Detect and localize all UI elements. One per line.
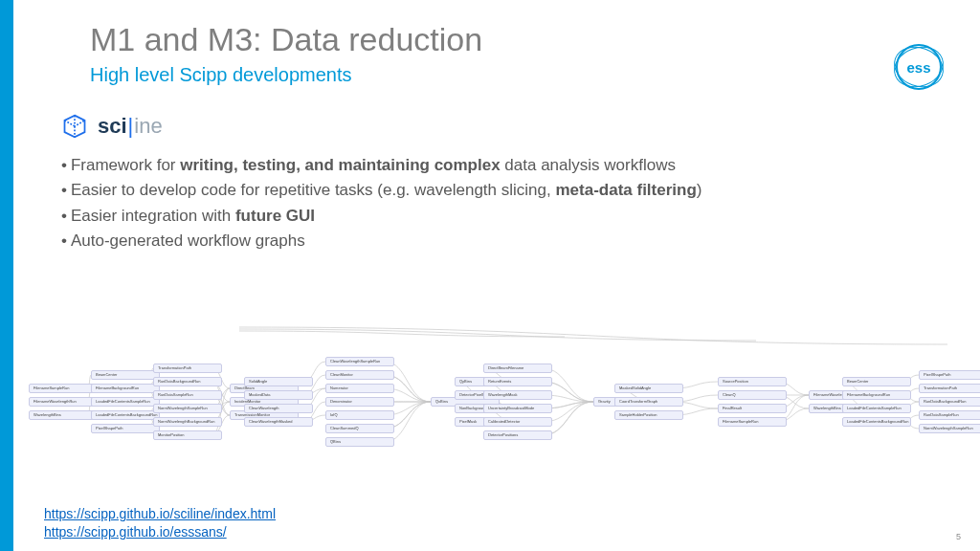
graph-node: PixelShapePath	[919, 370, 980, 380]
sciline-wordmark: sci|ine	[98, 114, 163, 139]
graph-node: FilenameBackgroundRun	[842, 390, 911, 400]
bullet-item: Easier to develop code for repetitive ta…	[61, 178, 951, 203]
graph-node: Numerator	[325, 384, 394, 393]
graph-node: SampleHolderPosition	[614, 410, 683, 420]
graph-node: RunDataSampleRun	[919, 410, 980, 420]
graph-node: DetectorPositions	[483, 430, 552, 440]
graph-node: MonitorPosition	[153, 430, 222, 440]
graph-node: WavelengthMask	[483, 390, 552, 400]
graph-node: QBins	[325, 437, 394, 447]
reference-links: https://scipp.github.io/sciline/index.ht…	[44, 505, 276, 541]
graph-node: IofQ	[325, 410, 394, 420]
graph-node: PixelShapePath	[91, 424, 160, 433]
graph-node: LoadedFileContentsSampleRun	[91, 397, 160, 407]
graph-node: TransformationPath	[153, 364, 222, 373]
slide: ess M1 and M3: Data reduction High level…	[0, 0, 980, 551]
accent-bar	[0, 0, 13, 551]
graph-node: FilenameBackgroundRun	[91, 384, 160, 393]
graph-node: CleanWavelengthSampleRun	[325, 357, 394, 366]
graph-node: FilenameSampleRun	[29, 384, 98, 393]
graph-node: CleanWavelength	[244, 404, 313, 413]
graph-node: SolidAngle	[244, 377, 313, 386]
graph-node: MaskedSolidAngle	[614, 384, 683, 393]
sciline-logo: sci|ine	[61, 113, 951, 140]
graph-node: RunDataSampleRun	[153, 390, 222, 400]
link-sciline-docs[interactable]: https://scipp.github.io/sciline/index.ht…	[44, 505, 276, 523]
graph-node: SourcePosition	[718, 377, 787, 386]
link-esssans-docs[interactable]: https://scipp.github.io/esssans/	[44, 523, 276, 541]
graph-node: TransformationPath	[919, 384, 980, 393]
graph-node: CleanWavelengthMasked	[244, 417, 313, 427]
graph-node: CleanSummedQ	[325, 424, 394, 433]
graph-node: NormWavelengthSampleRun	[153, 404, 222, 413]
graph-node: BeamCenter	[842, 377, 911, 386]
bullet-list: Framework for writing, testing, and main…	[61, 153, 951, 253]
workflow-graph: FilenameSampleRunFilenameWavelengthRunWa…	[29, 316, 980, 478]
graph-node: UncertaintyBroadcastMode	[483, 404, 552, 413]
sciline-thin: ine	[134, 114, 162, 138]
sciline-strong: sci	[98, 114, 127, 138]
graph-node: DirectBeamFilename	[483, 364, 552, 373]
graph-node: NormWavelengthBackgroundRun	[153, 417, 222, 427]
graph-node: WavelengthBins	[29, 410, 98, 420]
graph-node: RunDataBackgroundRun	[153, 377, 222, 386]
bullet-item: Easier integration with future GUI	[61, 204, 951, 229]
graph-node: CalibratedDetector	[483, 417, 552, 427]
bullet-item: Auto-generated workflow graphs	[61, 229, 951, 253]
graph-node: NormWavelengthSampleRun	[919, 424, 980, 433]
graph-node: FinalResult	[718, 404, 787, 413]
page-subtitle: High level Scipp developments	[90, 64, 951, 86]
graph-node: ReturnEvents	[483, 377, 552, 386]
graph-node: CleanMonitor	[325, 370, 394, 380]
graph-node: FilenameSampleRun	[718, 417, 787, 427]
graph-node: CoordTransformGraph	[614, 397, 683, 407]
graph-node: BeamCenter	[91, 370, 160, 380]
graph-node: MaskedData	[244, 390, 313, 400]
page-number: 5	[956, 532, 961, 541]
sciline-icon	[61, 113, 88, 140]
graph-node: LoadedFileContentsBackgroundRun	[91, 410, 160, 420]
page-title: M1 and M3: Data reduction	[90, 21, 951, 58]
graph-node: LoadedFileContentsBackgroundRun	[842, 417, 911, 427]
graph-node: FilenameWavelengthRun	[29, 397, 98, 407]
bullet-item: Framework for writing, testing, and main…	[61, 153, 951, 178]
graph-node: LoadedFileContentsSampleRun	[842, 404, 911, 413]
graph-node: RunDataBackgroundRun	[919, 397, 980, 407]
graph-node: Denominator	[325, 397, 394, 407]
graph-node: CleanQ	[718, 390, 787, 400]
